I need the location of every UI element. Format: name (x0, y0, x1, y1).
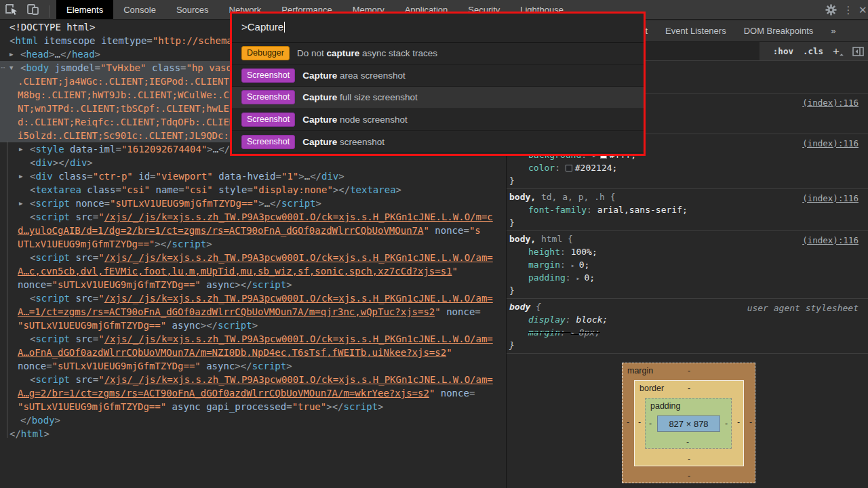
category-badge: Screenshot (241, 113, 295, 127)
expand-arrow-right-icon[interactable]: ▶ (19, 169, 22, 183)
css-rule: body {user agent stylesheetdisplay: bloc… (507, 299, 868, 354)
device-toolbar-icon[interactable] (26, 3, 41, 16)
css-property-row[interactable]: height: 100%; (509, 245, 864, 258)
css-property-value: block; (576, 314, 608, 325)
padding-right-value[interactable]: - (722, 419, 730, 428)
css-selector-row[interactable]: body, td, a, p, .h {(index):116 (509, 190, 864, 203)
border-left-value[interactable]: - (635, 418, 644, 427)
css-property-name: font-family (528, 205, 587, 215)
padding-bottom-value[interactable]: - (684, 437, 692, 447)
command-input-row: >Capture (232, 14, 644, 43)
dom-tree-row[interactable]: <script src="/xjs/_/js/k=xjs.s.zh_TW.P9A… (0, 251, 506, 264)
row-ellipsis-icon: ⋯ (1, 61, 5, 75)
tab-dom-breakpoints[interactable]: DOM Breakpoints (744, 26, 814, 36)
dom-tree-row[interactable]: "sUTLxV1UEUG9mjGfmTZYDg==" async></scrip… (0, 319, 506, 332)
dom-tree-row[interactable]: "sUTLxV1UEUG9mjGfmTZYDg==" async gapi_pr… (0, 400, 506, 413)
css-selector-row[interactable]: body, html {(index):116 (509, 232, 864, 245)
toolbar-icons (0, 0, 56, 19)
margin-top-value[interactable]: - (685, 366, 693, 375)
padding-left-value[interactable]: - (646, 419, 654, 428)
dom-tree-row[interactable]: <div></div> (0, 156, 506, 169)
close-devtools-icon[interactable]: ✕ (859, 4, 868, 16)
new-style-rule-button[interactable]: + (833, 45, 843, 58)
tab-elements[interactable]: Elements (56, 0, 113, 19)
command-menu-overlay: >Capture DebuggerDo not capture async st… (230, 12, 646, 156)
expand-arrow-right-icon[interactable]: ▶ (19, 142, 22, 156)
expand-arrow-right-icon[interactable]: ▶ (19, 197, 22, 210)
dom-tree-row[interactable]: <textarea class="csi" name="csi" style="… (0, 183, 506, 197)
expand-longhand-icon[interactable]: ▸ (576, 274, 584, 282)
toggle-sidebar-icon[interactable] (852, 47, 864, 56)
css-property-value: 0; (585, 272, 595, 283)
css-property-row[interactable]: padding: ▸ 0; (509, 271, 864, 284)
margin-bottom-value[interactable]: - (685, 471, 693, 481)
dom-tree-row[interactable]: ▶<script nonce="sUTLxV1UEUG9mjGfmTZYDg==… (0, 197, 506, 210)
tab-event-listeners[interactable]: Event Listeners (665, 26, 726, 36)
toggle-hover-state-button[interactable]: :hov (773, 46, 793, 56)
box-model-margin[interactable]: margin - - - - border - - - - padding - … (622, 363, 755, 483)
css-property-row[interactable]: font-family: arial,sans-serif; (509, 203, 864, 216)
dom-tree-row[interactable]: <script src="/xjs/_/js/k=xjs.s.zh_TW.P9A… (0, 332, 506, 346)
dom-tree-row[interactable]: ▶<div class="ctr-p" id="viewport" data-h… (0, 169, 506, 183)
content-dimensions: 827 × 878 (669, 419, 708, 429)
css-property-name: color (528, 163, 555, 173)
expand-arrow-down-icon[interactable]: ▼ (9, 61, 13, 75)
settings-gear-icon[interactable] (823, 3, 838, 17)
border-label: border (639, 384, 664, 393)
dom-tree-row[interactable]: <script src="/xjs/_/js/k=xjs.s.zh_TW.P9A… (0, 210, 506, 224)
more-tabs[interactable]: » (831, 26, 835, 36)
dom-indent-guide (7, 141, 7, 438)
command-input[interactable]: >Capture (241, 21, 285, 33)
expand-arrow-right-icon[interactable]: ▶ (9, 47, 13, 61)
command-menu-item[interactable]: DebuggerDo not capture async stack trace… (232, 43, 644, 65)
expand-longhand-icon[interactable]: ▸ (571, 262, 579, 269)
command-menu-item[interactable]: ScreenshotCapture area screenshot (232, 65, 644, 87)
tab-console[interactable]: Console (113, 0, 166, 19)
command-menu-item[interactable]: ScreenshotCapture screenshot (232, 131, 644, 153)
dom-tree-row[interactable]: A…=1/ct=zgms/rs=ACT90oFnA_dGOf0azdWlrrCQ… (0, 305, 506, 319)
border-right-value[interactable]: - (734, 418, 743, 427)
border-bottom-value[interactable]: - (685, 454, 693, 464)
category-badge: Screenshot (241, 68, 295, 83)
border-top-value[interactable]: - (685, 384, 693, 393)
toggle-classes-button[interactable]: .cls (803, 46, 823, 56)
css-rule: body, html {(index):116height: 100%;marg… (507, 231, 868, 299)
dom-tree-row[interactable]: </html> (0, 427, 506, 441)
stylesheet-source-link[interactable]: (index):116 (802, 96, 859, 109)
padding-label: padding (650, 401, 681, 411)
dom-tree-row[interactable]: UTLxV1UEUG9mjGfmTZYDg=="></script> (0, 237, 506, 251)
expand-longhand-icon[interactable]: ▸ (571, 329, 579, 337)
css-property-row[interactable]: margin: ▸ 8px; (509, 326, 864, 339)
dom-tree-row[interactable]: A…g=2/br=1/ct=zgms/rs=ACT90oFnA_dGOf0azd… (0, 386, 506, 400)
css-property-value: 0; (579, 260, 590, 270)
css-property-name: display (528, 314, 566, 325)
toolbar-right: ⋮ ✕ (823, 0, 868, 20)
dom-tree-row[interactable]: A…oFnA_dGOf0azdWlrrCQbUoVMOun7A/m=NZI0Db… (0, 346, 506, 359)
command-menu-item[interactable]: ScreenshotCapture full size screenshot (232, 87, 644, 109)
css-property-name: height (528, 247, 560, 257)
box-model-padding[interactable]: padding - - - 827 × 878 (645, 398, 732, 449)
css-selector-row[interactable]: body {user agent stylesheet (509, 300, 864, 313)
margin-left-value[interactable]: - (624, 418, 632, 427)
inspect-element-icon[interactable] (4, 3, 19, 16)
dom-tree-row[interactable]: </body> (0, 413, 506, 427)
dom-tree-row[interactable]: <script src="/xjs/_/js/k=xjs.s.zh_TW.P9A… (0, 291, 506, 305)
dom-tree-row[interactable]: d…yuloCgAIB/d=1/dg=2/br=1/ct=zgms/rs=ACT… (0, 224, 506, 237)
dom-tree-row[interactable]: <script src="/xjs/_/js/k=xjs.s.zh_TW.P9A… (0, 373, 506, 386)
category-badge: Screenshot (241, 135, 295, 149)
dom-tree-row[interactable]: A…c,cvn5cb,dvl,fEVMic,foot,lu,m,mUpTid,m… (0, 264, 506, 278)
tab-sources[interactable]: Sources (166, 0, 219, 19)
more-options-icon[interactable]: ⋮ (842, 4, 854, 16)
margin-right-value[interactable]: - (747, 418, 755, 427)
css-property-row[interactable]: margin: ▸ 0; (509, 258, 864, 271)
box-model-content[interactable]: 827 × 878 (657, 415, 720, 432)
dom-tree-row[interactable]: nonce="sUTLxV1UEUG9mjGfmTZYDg==" async><… (0, 359, 506, 373)
css-property-row[interactable]: color: #202124; (509, 161, 864, 174)
devtools-window: ElementsConsoleSourcesNetworkPerformance… (0, 0, 868, 488)
css-property-row[interactable]: display: block; (509, 313, 864, 326)
box-model-border[interactable]: border - - - - padding - - - 827 × 878 (634, 380, 744, 466)
css-property-value: 8px; (579, 327, 600, 338)
dom-tree-row[interactable]: nonce="sUTLxV1UEUG9mjGfmTZYDg==" async><… (0, 278, 506, 291)
color-swatch[interactable] (566, 165, 572, 171)
command-menu-item[interactable]: ScreenshotCapture node screenshot (232, 109, 644, 131)
